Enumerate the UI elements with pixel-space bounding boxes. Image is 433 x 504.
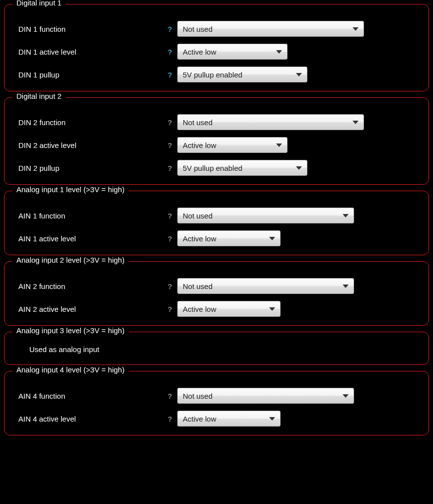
help-icon[interactable]: ?	[162, 141, 177, 149]
group-title: Analog input 4 level (>3V = high)	[12, 365, 129, 374]
group-analog-input-3: Analog input 3 level (>3V = high) Used a…	[4, 332, 429, 365]
help-icon[interactable]: ?	[162, 71, 177, 79]
chevron-down-icon	[269, 237, 275, 240]
select-ain4-function[interactable]: Not used	[177, 388, 354, 404]
label-din1-pullup: DIN 1 pullup	[13, 71, 162, 79]
chevron-down-icon	[269, 417, 275, 421]
label-din1-active-level: DIN 1 active level	[13, 48, 162, 56]
select-value: Not used	[183, 392, 336, 400]
help-icon[interactable]: ?	[162, 415, 177, 423]
note-ain3-used-as-analog: Used as analog input	[13, 343, 420, 356]
chevron-down-icon	[276, 50, 282, 54]
select-value: Active low	[183, 48, 269, 56]
row-din2-pullup: DIN 2 pullup ? 5V pullup enabled	[13, 158, 420, 177]
label-ain4-function: AIN 4 function	[13, 392, 162, 400]
chevron-down-icon	[269, 307, 275, 311]
help-icon[interactable]: ?	[162, 48, 177, 56]
group-title: Digital input 1	[12, 0, 66, 7]
select-value: Active low	[183, 141, 269, 149]
row-ain2-active-level: AIN 2 active level ? Active low	[13, 299, 420, 318]
help-icon[interactable]: ?	[162, 25, 177, 33]
select-ain1-function[interactable]: Not used	[177, 208, 354, 223]
group-analog-input-1: Analog input 1 level (>3V = high) AIN 1 …	[4, 191, 429, 255]
group-analog-input-2: Analog input 2 level (>3V = high) AIN 2 …	[4, 261, 429, 326]
row-ain1-function: AIN 1 function ? Not used	[13, 206, 420, 225]
select-value: Active low	[183, 305, 262, 313]
group-title: Analog input 2 level (>3V = high)	[12, 256, 129, 264]
group-digital-input-1: Digital input 1 DIN 1 function ? Not use…	[4, 4, 429, 91]
group-title: Analog input 1 level (>3V = high)	[12, 185, 129, 194]
select-value: 5V pullup enabled	[183, 71, 289, 79]
row-ain4-active-level: AIN 4 active level ? Active low	[13, 409, 420, 428]
select-ain4-active-level[interactable]: Active low	[177, 411, 281, 427]
help-icon[interactable]: ?	[162, 234, 177, 243]
select-ain2-active-level[interactable]: Active low	[177, 301, 281, 317]
label-din2-function: DIN 2 function	[13, 118, 162, 127]
label-ain1-function: AIN 1 function	[13, 212, 162, 220]
row-din1-active-level: DIN 1 active level ? Active low	[13, 42, 420, 61]
chevron-down-icon	[296, 166, 302, 170]
select-value: Not used	[183, 212, 336, 220]
help-icon[interactable]: ?	[162, 164, 177, 172]
select-ain1-active-level[interactable]: Active low	[177, 230, 281, 246]
group-digital-input-2: Digital input 2 DIN 2 function ? Not use…	[4, 97, 429, 185]
chevron-down-icon	[276, 144, 282, 147]
select-din2-function[interactable]: Not used	[177, 114, 364, 130]
group-title: Digital input 2	[12, 92, 66, 100]
row-ain1-active-level: AIN 1 active level ? Active low	[13, 229, 420, 248]
group-title: Analog input 3 level (>3V = high)	[12, 326, 129, 335]
help-icon[interactable]: ?	[162, 118, 177, 127]
label-din1-function: DIN 1 function	[13, 25, 162, 33]
chevron-down-icon	[353, 121, 359, 124]
label-din2-active-level: DIN 2 active level	[13, 141, 162, 149]
row-ain4-function: AIN 4 function ? Not used	[13, 386, 420, 405]
select-ain2-function[interactable]: Not used	[177, 278, 354, 294]
select-value: Not used	[183, 282, 336, 290]
label-ain1-active-level: AIN 1 active level	[13, 234, 162, 243]
select-value: Not used	[183, 118, 346, 127]
select-din2-active-level[interactable]: Active low	[177, 137, 288, 153]
chevron-down-icon	[343, 214, 349, 217]
select-din2-pullup[interactable]: 5V pullup enabled	[177, 160, 307, 176]
select-value: Active low	[183, 234, 262, 243]
select-din1-function[interactable]: Not used	[177, 21, 364, 37]
label-ain2-function: AIN 2 function	[13, 282, 162, 290]
select-din1-pullup[interactable]: 5V pullup enabled	[177, 67, 307, 82]
help-icon[interactable]: ?	[162, 392, 177, 400]
help-icon[interactable]: ?	[162, 305, 177, 313]
label-ain2-active-level: AIN 2 active level	[13, 305, 162, 313]
label-ain4-active-level: AIN 4 active level	[13, 415, 162, 423]
help-icon[interactable]: ?	[162, 212, 177, 220]
select-value: Not used	[183, 25, 346, 33]
chevron-down-icon	[296, 73, 302, 76]
help-icon[interactable]: ?	[162, 282, 177, 290]
row-din2-active-level: DIN 2 active level ? Active low	[13, 136, 420, 154]
row-din1-pullup: DIN 1 pullup ? 5V pullup enabled	[13, 65, 420, 84]
chevron-down-icon	[353, 27, 359, 31]
group-analog-input-4: Analog input 4 level (>3V = high) AIN 4 …	[4, 371, 429, 435]
chevron-down-icon	[343, 285, 349, 288]
chevron-down-icon	[343, 394, 349, 398]
select-value: 5V pullup enabled	[183, 164, 289, 172]
label-din2-pullup: DIN 2 pullup	[13, 164, 162, 172]
row-ain2-function: AIN 2 function ? Not used	[13, 277, 420, 295]
select-value: Active low	[183, 415, 262, 423]
row-din2-function: DIN 2 function ? Not used	[13, 113, 420, 132]
select-din1-active-level[interactable]: Active low	[177, 44, 288, 60]
row-din1-function: DIN 1 function ? Not used	[13, 19, 420, 38]
